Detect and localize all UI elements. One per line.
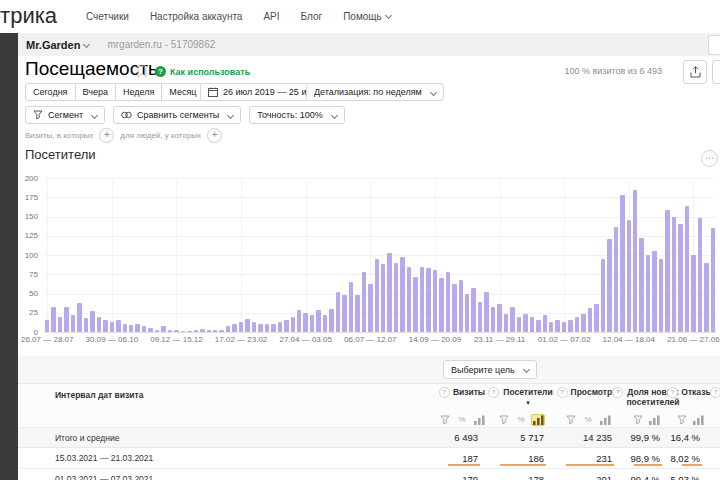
chart-tool-icon[interactable] [598,414,612,426]
column-header[interactable]: ?Просмотры [554,384,622,412]
bar[interactable] [355,295,359,332]
bar[interactable] [446,272,450,332]
chart-tool-icon[interactable] [472,414,486,426]
bar[interactable] [478,302,482,332]
period-today[interactable]: Сегодня [25,83,76,101]
filter-tool-icon[interactable] [497,414,511,426]
bar[interactable] [323,315,327,332]
table-row[interactable]: 01.03.2021 — 07.03.202117917820199,4 %5,… [18,469,720,480]
save-button[interactable]: Сохранить [712,60,720,84]
chart-widget-button[interactable]: ⋯ [701,150,718,167]
bar[interactable] [543,315,547,332]
period-week[interactable]: Неделя [116,83,162,101]
column-header[interactable]: ?Доля новых посетителей [622,384,670,412]
bar[interactable] [685,206,689,332]
nav-blog[interactable]: Блог [301,11,323,22]
bar[interactable] [297,310,301,332]
bar[interactable] [329,309,333,332]
bar[interactable] [245,319,249,332]
period-yesterday[interactable]: Вчера [76,83,116,101]
percent-tool-icon[interactable]: % [581,414,595,426]
table-row[interactable]: 15.03.2021 — 21.03.202118718623198,9 %8,… [18,448,720,469]
add-visit-filter-button[interactable]: + [99,128,114,143]
bar[interactable] [310,315,314,332]
bar[interactable] [407,267,411,332]
bar[interactable] [58,317,62,332]
bar[interactable] [652,251,656,332]
how-to-use-link[interactable]: ? Как использовать [155,66,250,77]
bar[interactable] [517,317,521,332]
bar[interactable] [303,313,307,332]
bar[interactable] [381,264,385,332]
bar[interactable] [523,314,527,332]
nav-counters[interactable]: Счетчики [86,11,129,22]
segment-dropdown[interactable]: Сегмент [25,106,105,124]
bar[interactable] [271,324,275,332]
nav-account-settings[interactable]: Настройка аккаунта [150,11,243,22]
goal-selector-dropdown[interactable]: Выберите цель [443,360,537,379]
bar[interactable] [672,217,676,333]
counter-switcher[interactable]: Mr.Garden [26,39,89,51]
bar[interactable] [627,220,631,332]
bar[interactable] [633,190,637,332]
bar[interactable] [219,330,223,332]
bar[interactable] [368,284,372,332]
column-header[interactable]: ?Глубина просмотра [710,384,720,412]
filter-tool-icon[interactable] [564,414,578,426]
chart-tool-icon[interactable] [531,414,545,426]
bar[interactable] [536,320,540,332]
bar[interactable] [471,288,475,332]
bar[interactable] [181,331,185,332]
bar[interactable] [174,330,178,332]
bar[interactable] [116,320,120,332]
bar[interactable] [142,326,146,332]
column-header[interactable]: ?Отказы [670,384,710,412]
bar[interactable] [194,330,198,332]
counterbar-action-button[interactable] [708,35,720,55]
filter-tool-icon[interactable] [631,414,645,426]
bar[interactable] [71,315,75,332]
bar[interactable] [316,310,320,332]
filter-tool-icon[interactable] [675,414,689,426]
bar[interactable] [659,259,663,332]
bar[interactable] [581,314,585,332]
bar[interactable] [594,304,598,332]
filter-tool-icon[interactable] [438,414,452,426]
bar[interactable] [400,257,404,332]
bar[interactable] [200,329,204,332]
bar[interactable] [123,324,127,332]
nav-help[interactable]: Помощь [343,11,391,22]
bar[interactable] [155,330,159,332]
bar[interactable] [213,330,217,332]
percent-tool-icon[interactable]: % [514,414,528,426]
bar[interactable] [562,322,566,332]
bar[interactable] [284,320,288,332]
bar[interactable] [265,324,269,332]
bar[interactable] [691,255,695,332]
bar[interactable] [614,227,618,332]
bar[interactable] [232,324,236,332]
compare-segments-dropdown[interactable]: Сравнить сегменты [113,106,241,124]
chart-tool-icon[interactable] [648,414,662,426]
bar[interactable] [465,294,469,333]
bar[interactable] [452,284,456,332]
bar[interactable] [568,320,572,332]
bar[interactable] [97,317,101,332]
bookmark-icon[interactable] [137,64,147,82]
bar[interactable] [510,307,514,332]
bar[interactable] [45,320,49,332]
bar[interactable] [459,280,463,332]
bar[interactable] [129,325,133,332]
bar[interactable] [711,228,715,332]
bar[interactable] [530,317,534,332]
bar[interactable] [90,311,94,332]
bar[interactable] [678,224,682,332]
add-people-filter-button[interactable]: + [207,128,222,143]
nav-api[interactable]: API [263,11,279,22]
bar[interactable] [258,324,262,332]
bar[interactable] [504,314,508,332]
accuracy-dropdown[interactable]: Точность: 100% [249,106,345,124]
bar[interactable] [439,278,443,332]
bar[interactable] [555,320,559,332]
bar[interactable] [336,292,340,332]
